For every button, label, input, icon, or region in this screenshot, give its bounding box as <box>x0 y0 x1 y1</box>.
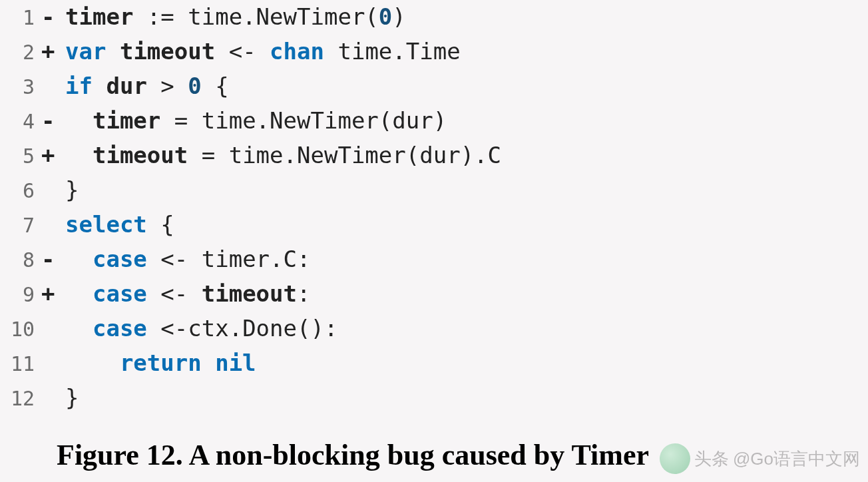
line-number: 2 <box>0 36 41 69</box>
line-number: 6 <box>0 174 41 208</box>
code-content: case <-ctx.Done(): <box>65 312 337 345</box>
diff-marker <box>41 173 65 206</box>
line-number: 4 <box>0 105 41 138</box>
line-number: 8 <box>0 244 41 277</box>
diff-marker <box>41 312 65 345</box>
code-diff-block: 1-timer := time.NewTimer(0)2+var timeout… <box>0 0 868 415</box>
code-line: 3 if dur > 0 { <box>0 69 868 104</box>
diff-marker: + <box>41 35 65 68</box>
code-line: 4- timer = time.NewTimer(dur) <box>0 104 868 138</box>
code-line: 11 return nil <box>0 346 868 381</box>
watermark: 头条 @Go语言中文网 <box>660 443 860 474</box>
watermark-text: @Go语言中文网 <box>733 447 860 471</box>
code-content: case <- timeout: <box>65 277 311 310</box>
diff-marker: - <box>41 242 65 276</box>
diff-marker <box>41 346 65 379</box>
line-number: 10 <box>0 313 41 346</box>
code-content: case <- timer.C: <box>65 242 310 276</box>
code-content: timeout = time.NewTimer(dur).C <box>65 138 501 172</box>
line-number: 3 <box>0 71 41 104</box>
code-content: timer := time.NewTimer(0) <box>65 0 406 33</box>
code-content: if dur > 0 { <box>65 69 229 103</box>
diff-marker: - <box>41 0 65 33</box>
diff-marker: - <box>41 104 65 137</box>
code-content: } <box>65 381 79 414</box>
code-content: timer = time.NewTimer(dur) <box>65 104 447 137</box>
line-number: 9 <box>0 278 41 312</box>
diff-marker: + <box>41 277 65 310</box>
code-line: 7 select { <box>0 208 868 242</box>
line-number: 1 <box>0 1 41 35</box>
watermark-logo-icon <box>660 443 690 474</box>
line-number: 5 <box>0 140 41 173</box>
code-line: 12 } <box>0 381 868 415</box>
code-line: 10 case <-ctx.Done(): <box>0 312 868 346</box>
code-content: var timeout <- chan time.Time <box>65 35 461 68</box>
code-line: 9+ case <- timeout: <box>0 277 868 312</box>
code-line: 1-timer := time.NewTimer(0) <box>0 0 868 35</box>
figure-caption: Figure 12. A non-blocking bug caused by … <box>57 438 649 472</box>
code-line: 2+var timeout <- chan time.Time <box>0 35 868 69</box>
watermark-prefix: 头条 <box>694 447 729 471</box>
line-number: 12 <box>0 382 41 415</box>
diff-marker <box>41 381 65 414</box>
diff-marker: + <box>41 138 65 172</box>
code-line: 5+ timeout = time.NewTimer(dur).C <box>0 138 868 173</box>
line-number: 11 <box>0 348 41 381</box>
code-line: 6 } <box>0 173 868 208</box>
code-content: } <box>65 173 79 206</box>
diff-marker <box>41 69 65 103</box>
code-line: 8- case <- timer.C: <box>0 242 868 277</box>
code-content: return nil <box>65 346 256 379</box>
diff-marker <box>41 208 65 241</box>
line-number: 7 <box>0 209 41 242</box>
code-content: select { <box>65 208 174 241</box>
